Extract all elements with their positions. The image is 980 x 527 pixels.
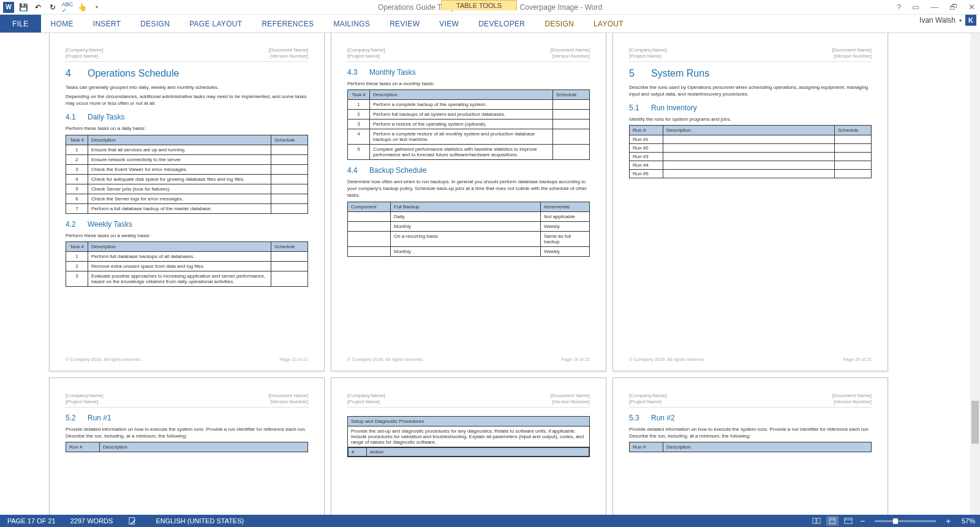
tab-insert[interactable]: INSERT — [83, 15, 131, 32]
status-language[interactable]: ENGLISH (UNITED STATES) — [148, 517, 251, 525]
page-header: [Company.Name][Project Name] [Document N… — [629, 47, 872, 62]
zoom-slider-thumb[interactable] — [893, 518, 898, 524]
restore-button[interactable]: 🗗 — [947, 2, 960, 12]
web-layout-button[interactable] — [842, 516, 854, 526]
table-cell: Run #2 — [630, 144, 663, 153]
tab-home[interactable]: HOME — [41, 15, 83, 32]
table-row[interactable]: DailyNot applicable — [348, 211, 590, 221]
table-row[interactable]: 7Perform a full database backup of the m… — [66, 203, 308, 213]
table-row[interactable]: 1Perform full database backups of all da… — [66, 251, 308, 261]
document-page[interactable]: [Company.Name][Project Name] [Document N… — [612, 33, 888, 371]
table-row[interactable]: 2Perform full backups of all system and … — [348, 109, 590, 119]
tab-table-design[interactable]: DESIGN — [535, 15, 584, 32]
help-button[interactable]: ? — [894, 2, 903, 12]
table-cell: Compare gathered performance statistics … — [370, 144, 553, 159]
table-row[interactable]: 5Compare gathered performance statistics… — [348, 144, 590, 159]
tab-mailings[interactable]: MAILINGS — [323, 15, 380, 32]
scrollbar-thumb[interactable] — [971, 401, 979, 444]
table-cell: Monthly — [391, 246, 541, 256]
document-page[interactable]: [Company.Name][Project Name] [Document N… — [49, 33, 325, 371]
table-row[interactable]: Run #1 — [630, 135, 872, 144]
tab-developer[interactable]: DEVELOPER — [469, 15, 535, 32]
minimize-button[interactable]: — — [928, 2, 941, 12]
zoom-level[interactable]: 57% — [962, 517, 975, 525]
tab-references[interactable]: REFERENCES — [252, 15, 323, 32]
document-page[interactable]: [Company.Name][Project Name] [Document N… — [331, 33, 606, 371]
backup-schedule-table[interactable]: ComponentFull BackupIncremental DailyNot… — [347, 202, 590, 257]
table-row[interactable]: Run #2 — [630, 144, 872, 153]
qat-customize[interactable]: ▾ — [91, 1, 103, 13]
table-row[interactable]: 4Perform a complete restore of all month… — [348, 129, 590, 144]
ribbon-display-button[interactable]: ▭ — [910, 2, 922, 12]
status-word-count[interactable]: 2297 WORDS — [63, 517, 121, 525]
table-cell: Run #3 — [630, 153, 663, 161]
daily-tasks-table[interactable]: Task #DescriptionSchedule 1Ensure that a… — [66, 135, 308, 214]
tab-design[interactable]: DESIGN — [130, 15, 179, 32]
table-cell: 2 — [66, 261, 88, 271]
word-icon[interactable]: W — [2, 1, 15, 13]
document-canvas[interactable]: [Company.Name][Project Name] [Document N… — [0, 33, 980, 515]
paragraph: Tasks can generally grouped into daily, … — [66, 84, 308, 91]
zoom-in-button[interactable]: + — [943, 517, 953, 526]
table-cell: 6 — [66, 194, 88, 203]
run-inventory-table[interactable]: Run #DescriptionSchedule Run #1Run #2Run… — [629, 125, 872, 178]
user-account[interactable]: Ivan Walsh ▾ K — [919, 15, 976, 26]
diagnostic-table[interactable]: Setup and Diagnostic Procedures Provide … — [347, 416, 590, 457]
table-row[interactable]: 1Perform a complete backup of the operat… — [348, 99, 590, 109]
heading-2: 5.1Run Inventory — [629, 104, 872, 112]
table-row[interactable]: Run #5 — [630, 170, 872, 178]
tab-view[interactable]: VIEW — [429, 15, 469, 32]
table-row[interactable]: 3Check the Event Viewer for error messag… — [66, 164, 308, 174]
table-cell — [835, 161, 872, 170]
table-cell — [271, 203, 308, 213]
status-proofing[interactable] — [120, 517, 148, 525]
document-page[interactable]: [Company.Name][Project Name] [Document N… — [49, 377, 325, 515]
tab-review[interactable]: REVIEW — [380, 15, 429, 32]
read-mode-button[interactable] — [810, 516, 823, 526]
undo-button[interactable]: ↶ — [32, 1, 44, 13]
paragraph: Provide detailed information on how to e… — [629, 426, 872, 439]
user-avatar: K — [965, 15, 976, 26]
table-row[interactable]: Run #3 — [630, 153, 872, 161]
table-cell: Remove extra unused space from data and … — [88, 261, 271, 271]
table-row[interactable]: Run #4 — [630, 161, 872, 170]
spellcheck-button[interactable]: ABC✓ — [61, 1, 74, 13]
table-row[interactable]: MonthlyWeekly — [348, 221, 590, 231]
zoom-slider[interactable] — [875, 520, 936, 522]
run2-table[interactable]: Run #Description — [629, 442, 872, 452]
proofing-icon — [129, 517, 137, 525]
document-page[interactable]: [Company.Name][Project Name] [Document N… — [331, 377, 606, 515]
tab-page-layout[interactable]: PAGE LAYOUT — [179, 15, 252, 32]
zoom-out-button[interactable]: − — [858, 517, 868, 526]
table-cell — [835, 170, 872, 178]
table-cell: Run #5 — [630, 170, 663, 178]
table-row[interactable]: 1Ensure that all services are up and run… — [66, 145, 308, 154]
heading-2: 5.3Run #2 — [629, 414, 872, 422]
table-row[interactable]: MonthlyWeekly — [348, 246, 590, 256]
tab-table-layout[interactable]: LAYOUT — [584, 15, 633, 32]
vertical-scrollbar[interactable] — [970, 33, 980, 515]
document-page[interactable]: [Company.Name][Project Name] [Document N… — [612, 377, 888, 515]
print-layout-button[interactable] — [826, 516, 839, 526]
table-row[interactable]: 3Perform a restore of the operating syst… — [348, 119, 590, 129]
status-page[interactable]: PAGE 17 OF 21 — [0, 517, 63, 525]
table-row[interactable]: 2Remove extra unused space from data and… — [66, 261, 308, 271]
table-row[interactable]: 4Check for adequate disk space for growi… — [66, 174, 308, 184]
table-row[interactable]: On a recurring basisSame as full backup — [348, 231, 590, 246]
tab-file[interactable]: FILE — [0, 15, 41, 32]
table-cell — [348, 211, 391, 221]
run1-table[interactable]: Run #Description — [66, 442, 308, 452]
monthly-tasks-table[interactable]: Task #DescriptionSchedule 1Perform a com… — [347, 89, 590, 160]
table-cell: 5 — [348, 144, 370, 159]
table-cell: Perform full backups of all system and p… — [370, 109, 553, 119]
table-row[interactable]: 6Check the Server logs for error message… — [66, 194, 308, 203]
table-row[interactable]: 3Evaluate possible approaches to increas… — [66, 271, 308, 286]
table-row[interactable]: 2Ensure network connectivity to the serv… — [66, 154, 308, 164]
page-header: [Company.Name][Project Name] [Document N… — [66, 393, 308, 408]
touch-mode-button[interactable]: 👆 — [76, 1, 88, 13]
table-row[interactable]: 5Check Server jobs (look for failures). — [66, 184, 308, 194]
close-button[interactable]: ✕ — [966, 2, 978, 12]
save-button[interactable]: 💾 — [17, 1, 29, 13]
redo-button[interactable]: ↻ — [47, 1, 59, 13]
weekly-tasks-table[interactable]: Task #DescriptionSchedule 1Perform full … — [66, 241, 308, 287]
